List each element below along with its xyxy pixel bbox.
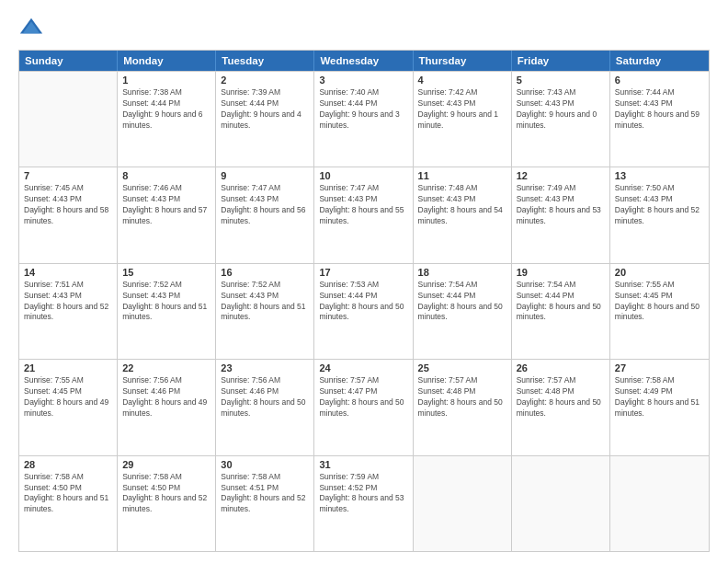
- calendar-cell: 6Sunrise: 7:44 AMSunset: 4:43 PMDaylight…: [610, 72, 709, 167]
- day-number: 24: [319, 362, 407, 373]
- day-number: 16: [221, 267, 309, 278]
- calendar-body: 1Sunrise: 7:38 AMSunset: 4:44 PMDaylight…: [19, 71, 709, 551]
- day-number: 28: [24, 459, 112, 470]
- day-number: 27: [615, 362, 704, 373]
- calendar-header-cell: Sunday: [19, 51, 118, 71]
- cell-info: Sunrise: 7:38 AMSunset: 4:44 PMDaylight:…: [122, 87, 210, 132]
- cell-info: Sunrise: 7:55 AMSunset: 4:45 PMDaylight:…: [615, 280, 704, 324]
- calendar-week-row: 7Sunrise: 7:45 AMSunset: 4:43 PMDaylight…: [19, 167, 709, 262]
- day-number: 3: [319, 75, 407, 86]
- calendar-cell: 18Sunrise: 7:54 AMSunset: 4:44 PMDayligh…: [414, 264, 512, 359]
- calendar: SundayMondayTuesdayWednesdayThursdayFrid…: [18, 50, 710, 552]
- day-number: 26: [517, 362, 605, 373]
- calendar-week-row: 21Sunrise: 7:55 AMSunset: 4:45 PMDayligh…: [19, 359, 709, 454]
- day-number: 9: [221, 170, 309, 181]
- calendar-cell: 13Sunrise: 7:50 AMSunset: 4:43 PMDayligh…: [610, 167, 709, 262]
- calendar-cell: 24Sunrise: 7:57 AMSunset: 4:47 PMDayligh…: [314, 360, 413, 454]
- day-number: 21: [24, 362, 112, 373]
- calendar-week-row: 14Sunrise: 7:51 AMSunset: 4:43 PMDayligh…: [19, 263, 709, 359]
- calendar-cell: 4Sunrise: 7:42 AMSunset: 4:43 PMDaylight…: [414, 72, 512, 167]
- calendar-cell: 30Sunrise: 7:58 AMSunset: 4:51 PMDayligh…: [216, 456, 314, 551]
- cell-info: Sunrise: 7:44 AMSunset: 4:43 PMDaylight:…: [615, 87, 704, 132]
- cell-info: Sunrise: 7:51 AMSunset: 4:43 PMDaylight:…: [24, 280, 112, 324]
- calendar-cell: 27Sunrise: 7:58 AMSunset: 4:49 PMDayligh…: [610, 360, 709, 454]
- calendar-cell: 1Sunrise: 7:38 AMSunset: 4:44 PMDaylight…: [118, 72, 216, 167]
- calendar-cell: 17Sunrise: 7:53 AMSunset: 4:44 PMDayligh…: [314, 264, 413, 359]
- calendar-cell: 14Sunrise: 7:51 AMSunset: 4:43 PMDayligh…: [19, 264, 118, 359]
- day-number: 15: [122, 267, 210, 278]
- cell-info: Sunrise: 7:47 AMSunset: 4:43 PMDaylight:…: [319, 183, 407, 227]
- day-number: 4: [418, 75, 506, 86]
- cell-info: Sunrise: 7:57 AMSunset: 4:47 PMDaylight:…: [319, 375, 407, 419]
- cell-info: Sunrise: 7:57 AMSunset: 4:48 PMDaylight:…: [517, 375, 605, 419]
- calendar-cell: 31Sunrise: 7:59 AMSunset: 4:52 PMDayligh…: [314, 456, 413, 551]
- cell-info: Sunrise: 7:42 AMSunset: 4:43 PMDaylight:…: [418, 87, 506, 132]
- calendar-header-cell: Monday: [118, 51, 216, 71]
- calendar-header-cell: Saturday: [610, 51, 709, 71]
- calendar-cell: [610, 456, 709, 551]
- calendar-header-cell: Thursday: [414, 51, 512, 71]
- cell-info: Sunrise: 7:47 AMSunset: 4:43 PMDaylight:…: [221, 183, 309, 227]
- page: SundayMondayTuesdayWednesdayThursdayFrid…: [0, 0, 728, 563]
- day-number: 18: [418, 267, 506, 278]
- day-number: 11: [418, 170, 506, 181]
- day-number: 8: [122, 170, 210, 181]
- day-number: 29: [122, 459, 210, 470]
- calendar-cell: 5Sunrise: 7:43 AMSunset: 4:43 PMDaylight…: [512, 72, 610, 167]
- day-number: 20: [615, 267, 704, 278]
- cell-info: Sunrise: 7:45 AMSunset: 4:43 PMDaylight:…: [24, 183, 112, 227]
- day-number: 25: [418, 362, 506, 373]
- calendar-cell: 12Sunrise: 7:49 AMSunset: 4:43 PMDayligh…: [512, 167, 610, 262]
- calendar-cell: 15Sunrise: 7:52 AMSunset: 4:43 PMDayligh…: [118, 264, 216, 359]
- calendar-cell: 26Sunrise: 7:57 AMSunset: 4:48 PMDayligh…: [512, 360, 610, 454]
- cell-info: Sunrise: 7:48 AMSunset: 4:43 PMDaylight:…: [418, 183, 506, 227]
- cell-info: Sunrise: 7:54 AMSunset: 4:44 PMDaylight:…: [418, 280, 506, 324]
- calendar-cell: [19, 72, 118, 167]
- day-number: 13: [615, 170, 704, 181]
- day-number: 31: [319, 459, 407, 470]
- cell-info: Sunrise: 7:39 AMSunset: 4:44 PMDaylight:…: [221, 87, 309, 132]
- calendar-cell: 29Sunrise: 7:58 AMSunset: 4:50 PMDayligh…: [118, 456, 216, 551]
- cell-info: Sunrise: 7:49 AMSunset: 4:43 PMDaylight:…: [517, 183, 605, 227]
- cell-info: Sunrise: 7:40 AMSunset: 4:44 PMDaylight:…: [319, 87, 407, 132]
- calendar-header-cell: Friday: [512, 51, 610, 71]
- calendar-week-row: 1Sunrise: 7:38 AMSunset: 4:44 PMDaylight…: [19, 71, 709, 167]
- logo-icon: [18, 15, 44, 40]
- calendar-cell: 21Sunrise: 7:55 AMSunset: 4:45 PMDayligh…: [19, 360, 118, 454]
- calendar-header-cell: Wednesday: [314, 51, 413, 71]
- logo: [18, 15, 48, 40]
- calendar-cell: 10Sunrise: 7:47 AMSunset: 4:43 PMDayligh…: [314, 167, 413, 262]
- cell-info: Sunrise: 7:55 AMSunset: 4:45 PMDaylight:…: [24, 375, 112, 419]
- cell-info: Sunrise: 7:58 AMSunset: 4:49 PMDaylight:…: [615, 375, 704, 419]
- calendar-cell: 25Sunrise: 7:57 AMSunset: 4:48 PMDayligh…: [414, 360, 512, 454]
- calendar-cell: 20Sunrise: 7:55 AMSunset: 4:45 PMDayligh…: [610, 264, 709, 359]
- calendar-cell: 16Sunrise: 7:52 AMSunset: 4:43 PMDayligh…: [216, 264, 314, 359]
- day-number: 12: [517, 170, 605, 181]
- header: [18, 15, 710, 40]
- cell-info: Sunrise: 7:58 AMSunset: 4:50 PMDaylight:…: [122, 472, 210, 516]
- day-number: 10: [319, 170, 407, 181]
- day-number: 6: [615, 75, 704, 86]
- calendar-cell: 2Sunrise: 7:39 AMSunset: 4:44 PMDaylight…: [216, 72, 314, 167]
- day-number: 19: [517, 267, 605, 278]
- day-number: 7: [24, 170, 112, 181]
- day-number: 30: [221, 459, 309, 470]
- calendar-cell: 9Sunrise: 7:47 AMSunset: 4:43 PMDaylight…: [216, 167, 314, 262]
- calendar-header-row: SundayMondayTuesdayWednesdayThursdayFrid…: [19, 51, 709, 71]
- calendar-cell: 11Sunrise: 7:48 AMSunset: 4:43 PMDayligh…: [414, 167, 512, 262]
- cell-info: Sunrise: 7:54 AMSunset: 4:44 PMDaylight:…: [517, 280, 605, 324]
- day-number: 1: [122, 75, 210, 86]
- day-number: 17: [319, 267, 407, 278]
- calendar-cell: 7Sunrise: 7:45 AMSunset: 4:43 PMDaylight…: [19, 167, 118, 262]
- calendar-cell: 8Sunrise: 7:46 AMSunset: 4:43 PMDaylight…: [118, 167, 216, 262]
- day-number: 5: [517, 75, 605, 86]
- day-number: 14: [24, 267, 112, 278]
- calendar-header-cell: Tuesday: [216, 51, 314, 71]
- cell-info: Sunrise: 7:50 AMSunset: 4:43 PMDaylight:…: [615, 183, 704, 227]
- cell-info: Sunrise: 7:43 AMSunset: 4:43 PMDaylight:…: [517, 87, 605, 132]
- calendar-cell: 3Sunrise: 7:40 AMSunset: 4:44 PMDaylight…: [314, 72, 413, 167]
- cell-info: Sunrise: 7:53 AMSunset: 4:44 PMDaylight:…: [319, 280, 407, 324]
- cell-info: Sunrise: 7:58 AMSunset: 4:51 PMDaylight:…: [221, 472, 309, 516]
- calendar-cell: [414, 456, 512, 551]
- cell-info: Sunrise: 7:57 AMSunset: 4:48 PMDaylight:…: [418, 375, 506, 419]
